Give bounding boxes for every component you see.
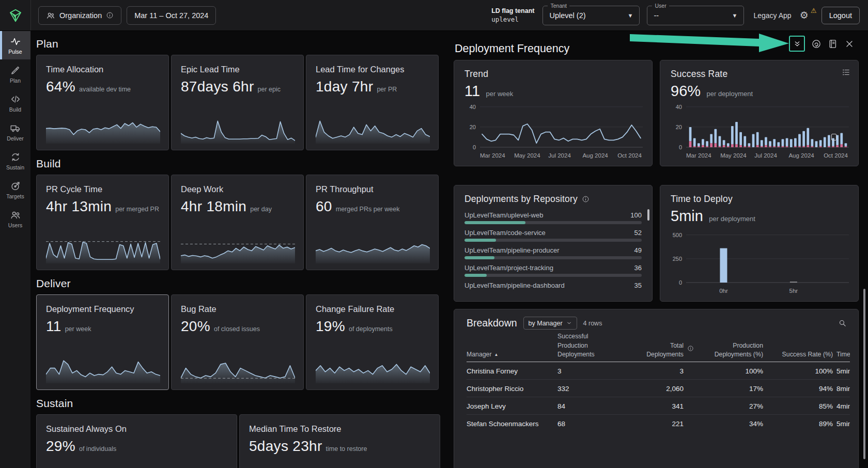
trend-value: 11 (464, 83, 480, 99)
panel-toolbar (789, 36, 855, 52)
metric-card-bug-rate[interactable]: Bug Rate20%of closed issues (171, 294, 304, 390)
double-chevron-down-icon[interactable] (789, 36, 805, 52)
metric-sparkline (46, 353, 160, 383)
metric-card-value-row: 1day 7hrper PR (316, 79, 429, 95)
metric-card-value: 60 (316, 198, 332, 214)
metric-card-epic-lead-time[interactable]: Epic Lead Time87days 6hrper epic (171, 55, 304, 150)
trend-title: Trend (464, 69, 642, 80)
annotation-arrow (630, 33, 791, 55)
table-row[interactable]: Christopher Riccio3322,06017%94%8min (467, 379, 850, 397)
metric-card-sustained-always-on[interactable]: Sustained Always On29%of individuals (36, 414, 237, 468)
app-logo[interactable] (0, 0, 31, 30)
metric-card-deployment-frequency[interactable]: Deployment Frequency11per week (36, 294, 169, 390)
notebook-icon[interactable] (828, 39, 838, 49)
metric-card-value: 4hr 18min (181, 198, 246, 214)
metric-sparkline (46, 233, 160, 263)
metric-card-change-failure-rate[interactable]: Change Failure Rate19%of deployments (306, 294, 439, 390)
sidebar-item-deliver[interactable]: Deliver (0, 117, 30, 146)
repository-name: UpLevelTeam/code-service (464, 229, 642, 237)
svg-text:Mar 2024: Mar 2024 (686, 152, 711, 159)
ld-flag-tenant: LD flag tenant uplevel (491, 7, 534, 24)
trend-card: Trend 11 per week 02040Mar 2024May 2024J… (454, 60, 653, 166)
metric-card-value: 4hr 13min (46, 198, 112, 214)
panel-title: Deployment Frequency (455, 42, 569, 55)
time-to-deploy-title: Time to Deploy (671, 194, 848, 205)
people-icon (46, 11, 55, 20)
column-header: TotalDeployments (646, 341, 684, 359)
time-to-deploy-card: Time to Deploy 5min per deployment 02505… (660, 185, 859, 302)
sidebar-item-pulse[interactable]: Pulse (0, 30, 30, 59)
cards-row: Time Allocation64%available dev timeEpic… (36, 55, 447, 150)
sidebar-item-plan[interactable]: Plan (0, 59, 30, 88)
sidebar-item-label: Deliver (7, 135, 24, 142)
breakdown-group-select[interactable]: by Manager (523, 317, 577, 330)
metric-card-unit: per week (65, 325, 91, 333)
close-icon[interactable] (844, 39, 855, 49)
user-select[interactable]: User -- ▼ (647, 6, 744, 25)
metric-card-median-time-to-restore[interactable]: Median Time To Restore5days 23hrtime to … (239, 414, 440, 468)
cell-value: 5min (836, 367, 850, 375)
cell-value: 332 (557, 384, 569, 392)
svg-text:40: 40 (470, 104, 476, 110)
section-heading: Deliver (36, 277, 447, 290)
settings-button[interactable]: ⚙ ⚠ (800, 9, 813, 22)
metric-card-title: PR Cycle Time (46, 184, 159, 194)
table-row[interactable]: Christina Forney33100%100%5min (467, 362, 850, 379)
metric-card-unit: per PR (377, 86, 397, 93)
metric-card-pr-throughput[interactable]: PR Throughput60merged PRs per week (306, 175, 439, 270)
sidebar-item-build[interactable]: Build (0, 88, 30, 117)
repository-value: 100 (630, 211, 642, 219)
sidebar-item-targets[interactable]: Targets (0, 175, 30, 204)
tenant-select[interactable]: Tenant Uplevel (2) ▼ (542, 6, 640, 25)
organization-button[interactable]: Organization (38, 6, 121, 25)
repository-name: UpLevelTeam/uplevel-web (464, 211, 642, 219)
sidebar-item-sustain[interactable]: Sustain (0, 146, 30, 175)
metric-card-title: Time Allocation (46, 65, 159, 74)
metric-card-pr-cycle-time[interactable]: PR Cycle Time4hr 13minper merged PR (36, 175, 169, 270)
sidebar-item-users[interactable]: Users (0, 204, 30, 233)
metric-card-unit: of deployments (349, 325, 393, 333)
metric-card-value-row: 5days 23hrtime to restore (249, 438, 430, 455)
date-range-button[interactable]: Mar 11 – Oct 27, 2024 (127, 6, 216, 25)
metric-card-value: 64% (46, 79, 75, 95)
success-rate-value: 96% (671, 83, 701, 99)
metric-card-value-row: 4hr 18minper day (181, 198, 294, 215)
svg-text:Oct 2024: Oct 2024 (824, 152, 848, 159)
user-select-label: User (652, 3, 669, 9)
breakdown-card: Breakdown by Manager 4 rows Manager▲Succ… (454, 309, 859, 468)
plan-icon (10, 65, 21, 76)
metric-card-deep-work[interactable]: Deep Work4hr 18minper day (171, 175, 304, 270)
sidebar-item-label: Build (9, 106, 21, 113)
cell-value: 17% (749, 384, 763, 392)
metric-sparkline (181, 233, 295, 263)
metric-card-time-allocation[interactable]: Time Allocation64%available dev time (36, 55, 169, 150)
sidebar-nav: PulsePlanBuildDeliverSustainTargetsUsers (0, 30, 30, 468)
sidebar-item-label: Targets (6, 193, 24, 199)
logout-button[interactable]: Logout (822, 7, 860, 24)
repository-name: UpLevelTeam/project-tracking (464, 264, 642, 272)
metric-card-value: 20% (181, 318, 210, 334)
trend-unit: per week (486, 90, 514, 98)
search-icon[interactable] (838, 319, 847, 327)
metric-card-value-row: 11per week (46, 318, 159, 335)
metric-card-value: 5days 23hr (249, 438, 322, 454)
metric-card-value-row: 87days 6hrper epic (181, 79, 294, 95)
metric-card-value-row: 29%of individuals (46, 438, 227, 455)
column-header[interactable]: Manager▲ (467, 350, 498, 359)
legacy-app-link[interactable]: Legacy App (753, 11, 791, 20)
metric-card-lead-time-for-changes[interactable]: Lead Time for Changes1day 7hrper PR (306, 55, 439, 150)
table-row[interactable]: Stefan Schoenmackers6822134%89%5min (467, 414, 850, 432)
repository-bar-track (464, 239, 642, 242)
list-icon[interactable] (842, 68, 851, 77)
repo-list-scrollbar[interactable] (647, 209, 649, 221)
info-icon (106, 11, 114, 19)
gear-icon: ⚙ (800, 10, 809, 21)
warning-icon: ⚠ (811, 7, 817, 14)
tenant-select-label: Tenant (548, 3, 569, 9)
metric-card-title: Epic Lead Time (181, 65, 294, 74)
table-row[interactable]: Joseph Levy8434127%85%4min (467, 397, 850, 414)
metric-card-value-row: 4hr 13minper merged PR (46, 198, 159, 215)
feedback-icon[interactable] (811, 39, 822, 49)
metric-sparkline (316, 233, 430, 263)
page-scrollbar[interactable] (863, 289, 865, 459)
